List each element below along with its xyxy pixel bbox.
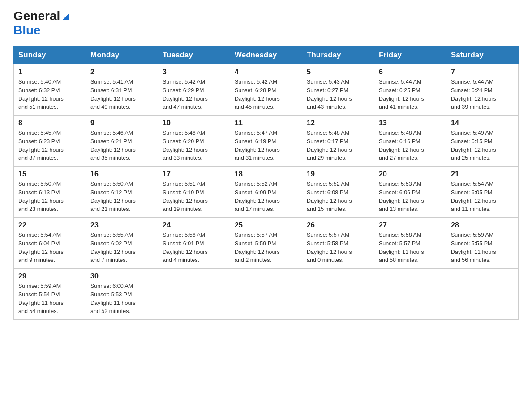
calendar-cell — [158, 269, 230, 320]
calendar-cell: 1Sunrise: 5:40 AMSunset: 6:32 PMDaylight… — [14, 64, 86, 116]
day-info: Sunrise: 5:59 AMSunset: 5:54 PMDaylight:… — [18, 282, 81, 316]
calendar-cell: 22Sunrise: 5:54 AMSunset: 6:04 PMDayligh… — [14, 218, 86, 269]
day-info: Sunrise: 5:50 AMSunset: 6:13 PMDaylight:… — [18, 180, 81, 214]
calendar-cell — [302, 269, 374, 320]
calendar-cell: 25Sunrise: 5:57 AMSunset: 5:59 PMDayligh… — [230, 218, 302, 269]
logo-general-text: General — [13, 9, 60, 23]
day-info: Sunrise: 5:43 AMSunset: 6:27 PMDaylight:… — [307, 78, 369, 111]
column-header-monday: Monday — [86, 46, 158, 64]
day-info: Sunrise: 5:44 AMSunset: 6:24 PMDaylight:… — [451, 78, 514, 111]
day-number: 28 — [451, 221, 514, 229]
calendar-cell: 4Sunrise: 5:42 AMSunset: 6:28 PMDaylight… — [230, 64, 302, 116]
calendar-table: SundayMondayTuesdayWednesdayThursdayFrid… — [13, 46, 519, 320]
calendar-cell — [374, 269, 446, 320]
calendar-cell: 3Sunrise: 5:42 AMSunset: 6:29 PMDaylight… — [158, 64, 230, 116]
day-info: Sunrise: 5:57 AMSunset: 5:58 PMDaylight:… — [307, 231, 369, 265]
calendar-cell — [230, 269, 302, 320]
day-number: 23 — [90, 221, 153, 229]
column-header-saturday: Saturday — [446, 46, 519, 64]
day-number: 1 — [18, 68, 81, 76]
day-number: 4 — [235, 68, 297, 76]
day-number: 8 — [18, 119, 81, 127]
day-number: 24 — [163, 221, 225, 229]
day-number: 30 — [90, 272, 153, 280]
day-info: Sunrise: 5:46 AMSunset: 6:20 PMDaylight:… — [163, 129, 225, 163]
calendar-cell: 6Sunrise: 5:44 AMSunset: 6:25 PMDaylight… — [374, 64, 446, 116]
day-info: Sunrise: 5:42 AMSunset: 6:29 PMDaylight:… — [163, 78, 225, 111]
calendar-header-row: SundayMondayTuesdayWednesdayThursdayFrid… — [14, 46, 519, 64]
day-number: 10 — [163, 119, 225, 127]
calendar-cell: 16Sunrise: 5:50 AMSunset: 6:12 PMDayligh… — [86, 167, 158, 218]
calendar-cell: 2Sunrise: 5:41 AMSunset: 6:31 PMDaylight… — [86, 64, 158, 116]
day-info: Sunrise: 5:48 AMSunset: 6:17 PMDaylight:… — [307, 129, 369, 163]
calendar-week-4: 22Sunrise: 5:54 AMSunset: 6:04 PMDayligh… — [14, 218, 519, 269]
day-info: Sunrise: 5:41 AMSunset: 6:31 PMDaylight:… — [90, 78, 153, 111]
column-header-friday: Friday — [374, 46, 446, 64]
day-info: Sunrise: 5:55 AMSunset: 6:02 PMDaylight:… — [90, 231, 153, 265]
day-number: 9 — [90, 119, 153, 127]
day-number: 5 — [307, 68, 369, 76]
calendar-cell: 15Sunrise: 5:50 AMSunset: 6:13 PMDayligh… — [14, 167, 86, 218]
day-number: 25 — [235, 221, 297, 229]
day-number: 15 — [18, 170, 81, 178]
calendar-cell: 29Sunrise: 5:59 AMSunset: 5:54 PMDayligh… — [14, 269, 86, 320]
day-info: Sunrise: 5:47 AMSunset: 6:19 PMDaylight:… — [235, 129, 297, 163]
day-info: Sunrise: 5:40 AMSunset: 6:32 PMDaylight:… — [18, 78, 81, 111]
day-info: Sunrise: 5:44 AMSunset: 6:25 PMDaylight:… — [379, 78, 442, 111]
day-number: 2 — [90, 68, 153, 76]
calendar-cell: 26Sunrise: 5:57 AMSunset: 5:58 PMDayligh… — [302, 218, 374, 269]
page-header: General Blue — [13, 9, 519, 38]
day-number: 18 — [235, 170, 297, 178]
day-number: 11 — [235, 119, 297, 127]
day-info: Sunrise: 5:51 AMSunset: 6:10 PMDaylight:… — [163, 180, 225, 214]
day-info: Sunrise: 5:52 AMSunset: 6:08 PMDaylight:… — [307, 180, 369, 214]
calendar-week-5: 29Sunrise: 5:59 AMSunset: 5:54 PMDayligh… — [14, 269, 519, 320]
calendar-cell: 7Sunrise: 5:44 AMSunset: 6:24 PMDaylight… — [446, 64, 519, 116]
day-number: 12 — [307, 119, 369, 127]
calendar-cell: 19Sunrise: 5:52 AMSunset: 6:08 PMDayligh… — [302, 167, 374, 218]
calendar-cell: 10Sunrise: 5:46 AMSunset: 6:20 PMDayligh… — [158, 116, 230, 167]
day-info: Sunrise: 5:50 AMSunset: 6:12 PMDaylight:… — [90, 180, 153, 214]
column-header-tuesday: Tuesday — [158, 46, 230, 64]
calendar-week-3: 15Sunrise: 5:50 AMSunset: 6:13 PMDayligh… — [14, 167, 519, 218]
day-info: Sunrise: 5:49 AMSunset: 6:15 PMDaylight:… — [451, 129, 514, 163]
calendar-cell: 13Sunrise: 5:48 AMSunset: 6:16 PMDayligh… — [374, 116, 446, 167]
calendar-cell: 20Sunrise: 5:53 AMSunset: 6:06 PMDayligh… — [374, 167, 446, 218]
day-info: Sunrise: 5:56 AMSunset: 6:01 PMDaylight:… — [163, 231, 225, 265]
day-number: 17 — [163, 170, 225, 178]
day-number: 27 — [379, 221, 442, 229]
calendar-cell: 8Sunrise: 5:45 AMSunset: 6:23 PMDaylight… — [14, 116, 86, 167]
day-info: Sunrise: 5:48 AMSunset: 6:16 PMDaylight:… — [379, 129, 442, 163]
calendar-cell: 18Sunrise: 5:52 AMSunset: 6:09 PMDayligh… — [230, 167, 302, 218]
day-number: 13 — [379, 119, 442, 127]
day-number: 26 — [307, 221, 369, 229]
column-header-wednesday: Wednesday — [230, 46, 302, 64]
calendar-week-2: 8Sunrise: 5:45 AMSunset: 6:23 PMDaylight… — [14, 116, 519, 167]
day-number: 29 — [18, 272, 81, 280]
day-number: 14 — [451, 119, 514, 127]
day-number: 6 — [379, 68, 442, 76]
day-info: Sunrise: 5:45 AMSunset: 6:23 PMDaylight:… — [18, 129, 81, 163]
calendar-cell: 24Sunrise: 5:56 AMSunset: 6:01 PMDayligh… — [158, 218, 230, 269]
svg-marker-0 — [63, 13, 69, 20]
calendar-cell: 9Sunrise: 5:46 AMSunset: 6:21 PMDaylight… — [86, 116, 158, 167]
day-info: Sunrise: 5:52 AMSunset: 6:09 PMDaylight:… — [235, 180, 297, 214]
day-info: Sunrise: 5:54 AMSunset: 6:04 PMDaylight:… — [18, 231, 81, 265]
day-number: 22 — [18, 221, 81, 229]
day-info: Sunrise: 6:00 AMSunset: 5:53 PMDaylight:… — [90, 282, 153, 316]
logo: General Blue — [13, 9, 71, 38]
calendar-cell: 12Sunrise: 5:48 AMSunset: 6:17 PMDayligh… — [302, 116, 374, 167]
day-info: Sunrise: 5:53 AMSunset: 6:06 PMDaylight:… — [379, 180, 442, 214]
day-number: 19 — [307, 170, 369, 178]
day-number: 7 — [451, 68, 514, 76]
day-number: 3 — [163, 68, 225, 76]
day-number: 16 — [90, 170, 153, 178]
calendar-cell: 17Sunrise: 5:51 AMSunset: 6:10 PMDayligh… — [158, 167, 230, 218]
day-number: 20 — [379, 170, 442, 178]
day-info: Sunrise: 5:57 AMSunset: 5:59 PMDaylight:… — [235, 231, 297, 265]
day-info: Sunrise: 5:59 AMSunset: 5:55 PMDaylight:… — [451, 231, 514, 265]
day-info: Sunrise: 5:46 AMSunset: 6:21 PMDaylight:… — [90, 129, 153, 163]
column-header-sunday: Sunday — [14, 46, 86, 64]
calendar-cell: 28Sunrise: 5:59 AMSunset: 5:55 PMDayligh… — [446, 218, 519, 269]
logo-triangle-icon — [61, 11, 71, 21]
